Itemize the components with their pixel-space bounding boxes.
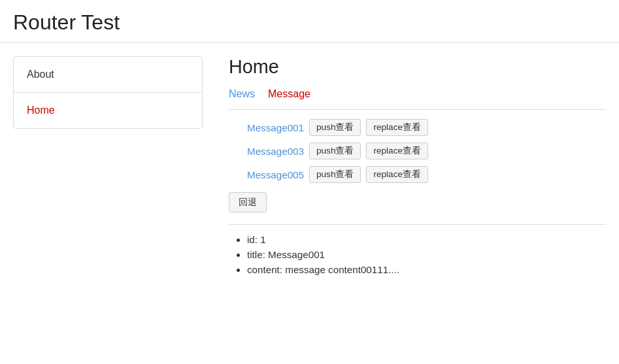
replace-button-001[interactable]: replace查看 — [366, 119, 428, 136]
tab-news[interactable]: News — [229, 88, 255, 100]
detail-title: title: Message001 — [247, 249, 606, 260]
back-button[interactable]: 回退 — [229, 192, 267, 212]
content-title: Home — [229, 56, 606, 78]
nav-box: About Home — [13, 56, 203, 129]
content-area: Home News Message Message001 push查看 repl… — [229, 56, 606, 279]
sub-tabs-divider — [229, 109, 606, 110]
push-button-003[interactable]: push查看 — [309, 142, 361, 159]
main-layout: About Home Home News Message Message001 … — [0, 56, 619, 279]
sub-tabs: News Message — [229, 88, 606, 100]
list-item: Message001 push查看 replace查看 — [247, 119, 606, 136]
tab-message[interactable]: Message — [268, 88, 310, 100]
detail-id: id: 1 — [247, 234, 606, 245]
detail-divider — [229, 224, 606, 225]
push-button-001[interactable]: push查看 — [309, 119, 361, 136]
replace-button-003[interactable]: replace查看 — [366, 142, 428, 159]
page-title: Router Test — [0, 0, 619, 42]
message-link-005[interactable]: Message005 — [247, 169, 304, 180]
detail-content: content: message content00111.... — [247, 264, 606, 275]
detail-list: id: 1 title: Message001 content: message… — [229, 234, 606, 275]
sidebar-item-home[interactable]: Home — [14, 93, 202, 128]
top-divider — [0, 42, 619, 43]
list-item: Message005 push查看 replace查看 — [247, 166, 606, 183]
message-link-001[interactable]: Message001 — [247, 122, 304, 133]
message-link-003[interactable]: Message003 — [247, 146, 304, 157]
sidebar: About Home — [13, 56, 203, 279]
message-list: Message001 push查看 replace查看 Message003 p… — [229, 119, 606, 183]
replace-button-005[interactable]: replace查看 — [366, 166, 428, 183]
list-item: Message003 push查看 replace查看 — [247, 142, 606, 159]
push-button-005[interactable]: push查看 — [309, 166, 361, 183]
sidebar-item-about[interactable]: About — [14, 57, 202, 93]
